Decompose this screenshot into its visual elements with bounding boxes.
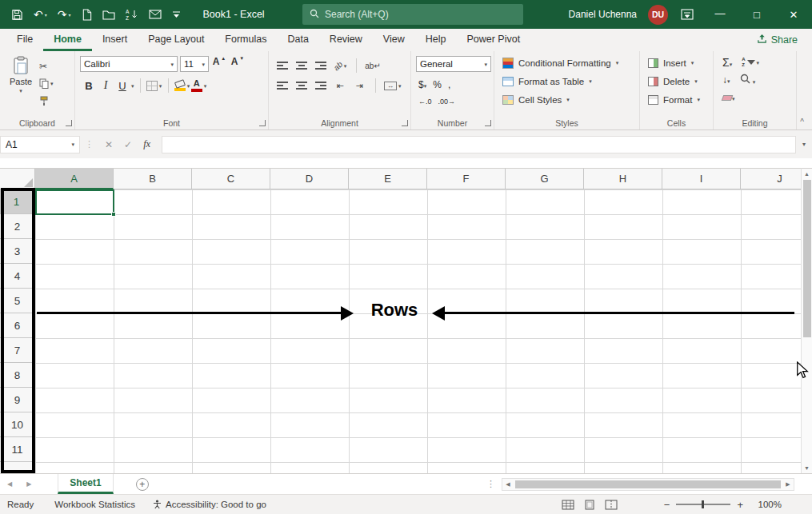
align-left-button[interactable] [274,78,290,94]
column-header-a[interactable]: A [35,169,114,189]
avatar[interactable]: DU [648,5,668,25]
orientation-button[interactable]: ab▾ [332,58,348,74]
search-input[interactable]: Search (Alt+Q) [302,4,523,25]
zoom-track[interactable] [676,504,730,505]
enter-button[interactable]: ✓ [124,139,132,150]
align-bottom-button[interactable] [313,58,329,74]
merge-center-dropdown-icon[interactable]: ▾ [398,83,402,89]
scroll-left-icon[interactable]: ◀ [502,481,514,488]
tab-bar-splitter[interactable]: ⋮ [486,479,502,489]
align-center-button[interactable] [294,78,310,94]
format-painter-button[interactable] [39,94,55,108]
name-box[interactable]: A1▾ [0,136,80,153]
horizontal-scrollbar-thumb[interactable] [515,480,781,488]
borders-dropdown-icon[interactable]: ▾ [159,83,162,89]
clear-button[interactable]: ▾ [722,92,735,103]
tab-data[interactable]: Data [277,29,318,51]
increase-indent-button[interactable]: ⇥ [351,78,367,94]
font-name-combo[interactable]: Calibri▾ [80,56,178,72]
column-header-f[interactable]: F [427,169,506,189]
underline-dropdown-icon[interactable]: ▾ [131,83,134,89]
fill-handle[interactable] [111,212,116,217]
increase-decimal-button[interactable]: ←.0 [418,98,432,106]
font-size-combo[interactable]: 11▾ [180,56,209,72]
cell-styles-button[interactable]: Cell Styles ▾ [497,90,637,109]
font-name-dropdown-icon[interactable]: ▾ [167,62,174,67]
save-icon[interactable] [11,7,23,22]
tab-page-layout[interactable]: Page Layout [138,29,214,51]
find-select-button[interactable]: ▾ [740,74,756,86]
font-size-dropdown-icon[interactable]: ▾ [198,62,205,67]
column-header-g[interactable]: G [506,169,584,189]
currency-button[interactable]: $▾ [418,79,426,90]
tab-insert[interactable]: Insert [92,29,138,51]
page-break-view-icon[interactable] [605,500,618,510]
column-header-h[interactable]: H [584,169,662,189]
row-header-8[interactable]: 8 [0,363,34,388]
scroll-down-icon[interactable]: ▼ [802,465,812,471]
ribbon-display-options-icon[interactable] [681,9,694,20]
redo-dropdown-icon[interactable]: ▾ [68,12,70,18]
sort-filter-button[interactable]: AZ ▾ [742,57,759,67]
column-header-i[interactable]: I [662,169,741,189]
wrap-text-button[interactable]: ab↵ [365,58,381,74]
vertical-scrollbar[interactable]: ▲ ▼ [801,168,812,473]
expand-formula-bar-icon[interactable]: ▾ [796,141,812,148]
normal-view-icon[interactable] [562,500,574,510]
cell-grid[interactable] [35,189,801,473]
page-layout-view-icon[interactable] [584,500,595,510]
email-icon[interactable] [149,7,162,22]
row-header-12[interactable]: 12 [0,462,34,473]
tab-review[interactable]: Review [319,29,373,51]
zoom-level[interactable]: 100% [756,500,782,509]
comma-button[interactable]: , [448,79,450,90]
insert-function-button[interactable]: fx [143,138,150,150]
copy-button[interactable]: ▾ [39,77,55,90]
font-color-button[interactable]: A ▾ [191,78,207,94]
row-header-5[interactable]: 5 [0,289,34,313]
autosum-button[interactable]: Σ▾ [722,56,732,69]
vertical-scrollbar-thumb[interactable] [803,180,811,337]
select-all-corner[interactable] [0,169,35,189]
cancel-button[interactable]: ✕ [105,139,113,150]
copy-dropdown-icon[interactable]: ▾ [50,81,54,86]
find-dropdown-icon[interactable]: ▾ [753,79,756,85]
row-header-2[interactable]: 2 [0,214,34,239]
name-box-dropdown-icon[interactable]: ▾ [71,141,74,147]
format-as-table-button[interactable]: Format as Table ▾ [497,72,637,90]
decrease-decimal-button[interactable]: .00→ [438,98,456,106]
tab-formulas[interactable]: Formulas [214,29,277,51]
align-middle-button[interactable] [294,58,310,74]
paste-dropdown-icon[interactable]: ▾ [19,88,22,94]
paste-button[interactable]: Paste ▾ [2,54,39,115]
zoom-thumb[interactable] [702,500,704,508]
collapse-ribbon-button[interactable]: ^ [800,118,804,126]
align-top-button[interactable] [274,58,290,74]
scroll-up-icon[interactable]: ▲ [802,171,812,177]
borders-button[interactable]: ▾ [146,78,162,94]
tab-home[interactable]: Home [43,29,92,51]
number-format-combo[interactable]: General▾ [416,56,491,72]
sort-ascending-icon[interactable]: AZ [126,7,138,22]
row-header-11[interactable]: 11 [0,437,34,462]
percent-button[interactable]: % [433,79,442,90]
column-header-j[interactable]: J [741,169,801,189]
zoom-out-button[interactable]: − [664,499,670,511]
format-cells-button[interactable]: Format ▾ [642,90,710,109]
row-header-7[interactable]: 7 [0,338,34,363]
number-format-dropdown-icon[interactable]: ▾ [481,62,487,67]
sheet-nav-left-icon[interactable]: ◀ [0,480,19,488]
autosum-dropdown-icon[interactable]: ▾ [730,62,733,67]
column-header-e[interactable]: E [349,169,427,189]
accessibility-status[interactable]: Accessibility: Good to go [153,500,266,509]
row-header-3[interactable]: 3 [0,239,34,264]
row-header-9[interactable]: 9 [0,388,34,412]
italic-button[interactable]: I [98,78,114,94]
decrease-indent-button[interactable]: ⇤ [332,78,348,94]
sheet-nav-right-icon[interactable]: ▶ [19,480,38,488]
tab-file[interactable]: File [6,29,43,51]
bold-button[interactable]: B [81,78,97,94]
fill-color-button[interactable]: ▾ [174,78,190,94]
scroll-right-icon[interactable]: ▶ [782,481,794,488]
tab-help[interactable]: Help [415,29,457,51]
